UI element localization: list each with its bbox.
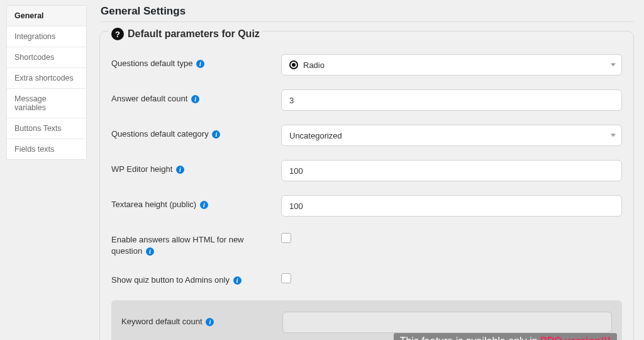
- sidebar-item-label: Shortcodes: [14, 53, 54, 62]
- label-admins-only: Show quiz button to Admins only i: [111, 271, 269, 286]
- chevron-down-icon: [611, 64, 616, 67]
- sidebar-item-label: Integrations: [14, 32, 55, 41]
- select-question-type[interactable]: Radio: [281, 54, 622, 76]
- info-icon[interactable]: i: [212, 130, 220, 139]
- row-question-type: Questions default type i Radio: [111, 54, 622, 76]
- select-value: Uncategorized: [289, 131, 342, 140]
- checkbox-allow-html[interactable]: [281, 233, 291, 243]
- input-answer-count[interactable]: [281, 89, 622, 111]
- label-allow-html: Enable answers allow HTML for new questi…: [111, 230, 269, 257]
- question-icon: ?: [111, 28, 124, 40]
- main-content: General Settings ? Default parameters fo…: [99, 5, 638, 340]
- input-textarea-height[interactable]: [281, 195, 622, 217]
- sidebar-item-label: Fields texts: [14, 145, 54, 154]
- default-parameters-panel: ? Default parameters for Quiz Questions …: [99, 31, 634, 340]
- info-icon[interactable]: i: [191, 95, 199, 103]
- info-icon[interactable]: i: [196, 60, 204, 68]
- sidebar-item-label: Message variables: [14, 94, 47, 112]
- info-icon[interactable]: i: [233, 276, 242, 285]
- row-question-category: Questions default category i Uncategoriz…: [111, 125, 622, 146]
- chevron-down-icon: [611, 134, 616, 137]
- label-keyword-count: Keyword default count i: [121, 312, 270, 326]
- sidebar-item-label: Extra shortcodes: [14, 74, 74, 82]
- sidebar-item-extra-shortcodes[interactable]: Extra shortcodes: [7, 68, 86, 89]
- label-wp-editor-height: WP Editor height i: [111, 160, 269, 175]
- info-icon[interactable]: i: [146, 247, 154, 256]
- sidebar-item-integrations[interactable]: Integrations: [7, 26, 86, 47]
- label-question-category: Questions default category i: [111, 125, 269, 140]
- row-allow-html: Enable answers allow HTML for new questi…: [111, 230, 622, 257]
- select-value: Radio: [303, 60, 325, 70]
- sidebar-item-general[interactable]: General: [7, 6, 86, 26]
- row-admins-only: Show quiz button to Admins only i: [111, 271, 622, 286]
- label-answer-count: Answer default count i: [111, 89, 269, 105]
- sidebar-item-label: General: [14, 11, 44, 20]
- settings-sidebar: General Integrations Shortcodes Extra sh…: [6, 5, 87, 160]
- input-wp-editor-height[interactable]: [281, 160, 622, 181]
- input-keyword-count: [282, 312, 612, 333]
- page-title: General Settings: [99, 5, 634, 18]
- sidebar-item-fields-texts[interactable]: Fields texts: [7, 139, 86, 159]
- checkbox-admins-only[interactable]: [281, 273, 291, 283]
- row-wp-editor-height: WP Editor height i: [111, 160, 622, 181]
- label-textarea-height: Textarea height (public) i: [111, 195, 269, 210]
- row-textarea-height: Textarea height (public) i: [111, 195, 622, 217]
- sidebar-item-buttons-texts[interactable]: Buttons Texts: [7, 118, 86, 139]
- select-question-category[interactable]: Uncategorized: [281, 125, 622, 146]
- pro-banner: This feature is available only in PRO ve…: [394, 333, 617, 340]
- panel-legend: ? Default parameters for Quiz: [109, 28, 262, 40]
- sidebar-item-message-variables[interactable]: Message variables: [7, 89, 86, 118]
- radio-icon: [289, 60, 298, 69]
- pro-banner-highlight: PRO version!!!: [540, 336, 611, 340]
- row-answer-count: Answer default count i: [111, 89, 622, 111]
- panel-legend-text: Default parameters for Quiz: [128, 28, 260, 40]
- divider: [99, 21, 634, 22]
- sidebar-item-label: Buttons Texts: [14, 124, 62, 133]
- pro-banner-prefix: This feature is available only in: [400, 336, 540, 340]
- info-icon[interactable]: i: [206, 318, 214, 326]
- pro-block: Keyword default count i This feature is …: [111, 300, 622, 340]
- info-icon[interactable]: i: [200, 201, 208, 209]
- label-question-type: Questions default type i: [111, 54, 269, 69]
- sidebar-item-shortcodes[interactable]: Shortcodes: [7, 47, 86, 68]
- info-icon[interactable]: i: [176, 166, 184, 174]
